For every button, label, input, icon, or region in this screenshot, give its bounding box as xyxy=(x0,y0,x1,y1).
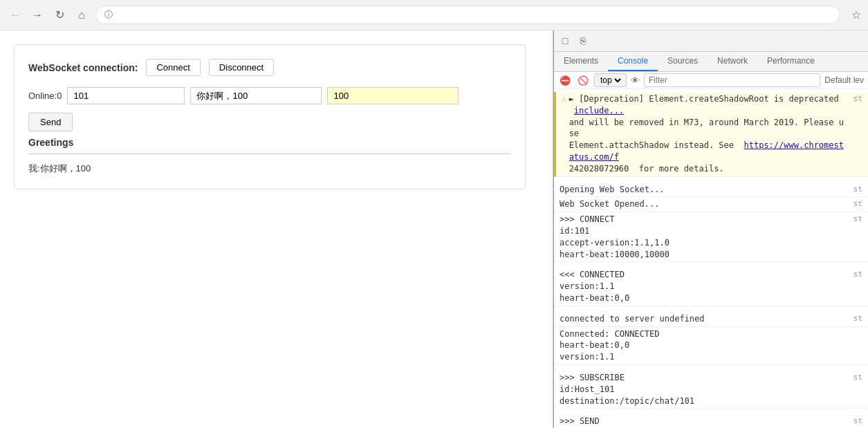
online-label: Online:0 xyxy=(28,91,62,101)
console-entry-connect: >>> CONNECT id:101 accept-version:1.1,1.… xyxy=(554,212,868,262)
url-input[interactable]: localhost:8080/chat/101 xyxy=(117,10,831,20)
lock-icon: ⓘ xyxy=(104,9,113,21)
nav-bar: ← → ↻ ⌂ ⓘ localhost:8080/chat/101 ☆ xyxy=(0,0,868,30)
console-text-opened: Web Socket Opened... xyxy=(560,198,848,210)
message-input[interactable] xyxy=(190,87,322,104)
include-link[interactable]: include... xyxy=(574,106,624,115)
console-text-opening: Opening Web Socket... xyxy=(560,184,848,196)
console-entry-source-3: st xyxy=(853,198,862,210)
greetings-divider xyxy=(28,153,511,154)
inspect-element-icon[interactable]: □ xyxy=(557,30,573,51)
console-entry-server: connected to server undefined st xyxy=(554,312,868,327)
console-output: ⚠ ► [Deprecation] Element.createShadowRo… xyxy=(554,89,868,428)
tab-performance[interactable]: Performance xyxy=(757,52,824,71)
page-content: WebSocket connection: Connect Disconnect… xyxy=(0,30,553,428)
console-text-connected: <<< CONNECTED version:1.1 heart-beat:0,0 xyxy=(560,269,848,304)
websocket-label: WebSocket connection: xyxy=(28,62,138,73)
console-blank-5 xyxy=(554,409,868,414)
console-entry-source-2: st xyxy=(853,184,862,196)
greetings-title: Greetings xyxy=(28,137,511,148)
context-select[interactable]: top xyxy=(598,75,623,86)
forward-button[interactable]: → xyxy=(29,7,46,24)
star-icon[interactable]: ☆ xyxy=(851,8,861,21)
tab-network[interactable]: Network xyxy=(708,52,757,71)
chat-card: WebSocket connection: Connect Disconnect… xyxy=(14,44,526,189)
context-select-wrapper: top xyxy=(594,73,627,87)
console-entry-warning: ⚠ ► [Deprecation] Element.createShadowRo… xyxy=(554,92,868,177)
browser-chrome: ← → ↻ ⌂ ⓘ localhost:8080/chat/101 ☆ xyxy=(0,0,868,30)
id-input[interactable] xyxy=(67,87,185,104)
tab-sources[interactable]: Sources xyxy=(658,52,708,71)
console-blank-3 xyxy=(554,306,868,312)
console-text-server: connected to server undefined xyxy=(560,313,848,325)
console-entry-source-6: st xyxy=(853,313,862,325)
tab-elements[interactable]: Elements xyxy=(554,52,608,71)
home-button[interactable]: ⌂ xyxy=(73,7,90,24)
send-button[interactable]: Send xyxy=(28,113,73,131)
reload-button[interactable]: ↻ xyxy=(51,7,68,24)
console-text-connected-status: Connected: CONNECTED heart-beat:0,0 vers… xyxy=(560,328,862,363)
input-row: Online:0 xyxy=(28,87,511,104)
console-entry-connected-status: Connected: CONNECTED heart-beat:0,0 vers… xyxy=(554,327,868,365)
console-entry-source-4: st xyxy=(853,214,862,260)
address-bar: ⓘ localhost:8080/chat/101 xyxy=(95,6,840,24)
pid-input[interactable] xyxy=(327,87,459,104)
default-level-label: Default lev xyxy=(824,75,864,85)
websocket-row: WebSocket connection: Connect Disconnect xyxy=(28,59,511,76)
greeting-message: 我:你好啊，100 xyxy=(28,162,511,175)
console-entry-source-7: st xyxy=(853,372,862,407)
console-entry-connected: <<< CONNECTED version:1.1 heart-beat:0,0… xyxy=(554,268,868,306)
console-warning-text: ► [Deprecation] Element.createShadowRoot… xyxy=(569,93,848,175)
main-layout: WebSocket connection: Connect Disconnect… xyxy=(0,30,868,428)
eye-icon[interactable]: 👁 xyxy=(631,75,640,86)
console-entry-subscribe: >>> SUBSCRIBE id:Host_101 destination:/t… xyxy=(554,371,868,409)
console-text-send: >>> SEND destination:/app/chat content-l… xyxy=(560,416,848,428)
block-icon[interactable]: 🚫 xyxy=(576,73,590,87)
console-entry-opened: Web Socket Opened... st xyxy=(554,197,868,212)
clear-console-icon[interactable]: ⛔ xyxy=(558,73,572,87)
console-blank-2 xyxy=(554,262,868,268)
console-entry-opening: Opening Web Socket... st xyxy=(554,183,868,198)
devtools-tabs: Elements Console Sources Network Perform… xyxy=(554,52,868,72)
console-entry-source-1: st xyxy=(853,93,862,175)
console-filter-bar: ⛔ 🚫 top 👁 Default lev xyxy=(554,72,868,89)
devtools-panel: □ ⎘ Elements Console Sources Network Per… xyxy=(553,30,868,428)
console-entry-source-8: st xyxy=(853,416,862,428)
console-entry-send: >>> SEND destination:/app/chat content-l… xyxy=(554,414,868,428)
warning-icon: ⚠ xyxy=(562,93,566,175)
console-blank-1 xyxy=(554,177,868,183)
tab-console[interactable]: Console xyxy=(608,52,658,71)
console-entry-source-5: st xyxy=(853,269,862,304)
device-toolbar-icon[interactable]: ⎘ xyxy=(575,30,591,51)
console-text-subscribe: >>> SUBSCRIBE id:Host_101 destination:/t… xyxy=(560,372,848,407)
console-blank-4 xyxy=(554,365,868,371)
console-text-connect: >>> CONNECT id:101 accept-version:1.1,1.… xyxy=(560,214,848,260)
connect-button[interactable]: Connect xyxy=(146,59,200,76)
back-button[interactable]: ← xyxy=(7,7,24,24)
disconnect-button[interactable]: Disconnect xyxy=(209,59,274,76)
devtools-toolbar: □ ⎘ xyxy=(554,30,868,52)
filter-input[interactable] xyxy=(644,73,820,87)
greetings-section: Greetings 我:你好啊，100 xyxy=(28,137,511,175)
chromestatus-link[interactable]: https://www.chromestatus.com/f xyxy=(569,140,844,162)
